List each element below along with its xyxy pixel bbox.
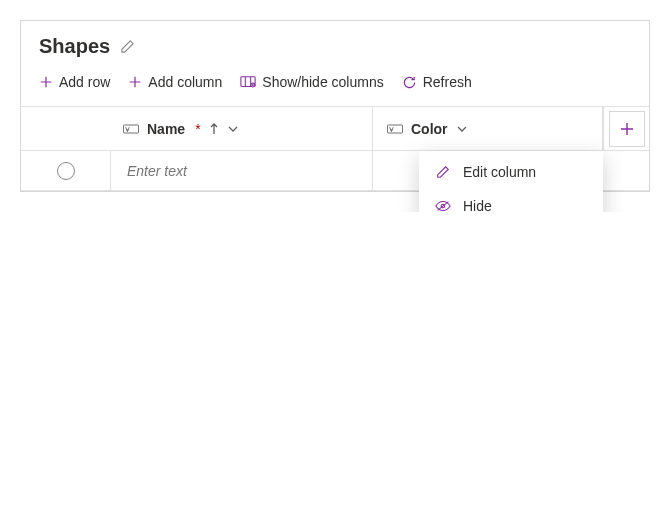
cell-add-spacer [603,151,649,190]
refresh-label: Refresh [423,74,472,90]
required-asterisk: * [195,121,200,137]
column-name-label: Name [147,121,185,137]
plus-icon [39,75,53,89]
refresh-icon [402,75,417,90]
svg-rect-2 [123,125,138,133]
eye-off-icon [435,199,451,212]
radio-icon[interactable] [57,162,75,180]
row-select-cell[interactable] [21,151,111,190]
add-column-header [603,107,649,150]
show-hide-columns-button[interactable]: Show/hide columns [240,74,383,90]
column-header-name[interactable]: Name * [111,107,373,150]
column-header-color[interactable]: Color [373,107,603,150]
grid-header-row: Name * Color [21,107,649,151]
svg-rect-3 [387,125,402,133]
select-column-header [21,107,111,150]
add-column-button[interactable]: Add column [128,74,222,90]
add-column-plus-button[interactable] [609,111,645,147]
cell-name[interactable] [111,151,373,190]
add-row-label: Add row [59,74,110,90]
menu-hide[interactable]: Hide [419,189,603,212]
columns-icon [240,75,256,89]
chevron-down-icon[interactable] [227,123,239,135]
chevron-down-icon[interactable] [456,123,468,135]
add-column-label: Add column [148,74,222,90]
show-hide-label: Show/hide columns [262,74,383,90]
text-type-icon [123,123,139,135]
plus-icon [128,75,142,89]
add-row-button[interactable]: Add row [39,74,110,90]
name-input[interactable] [125,162,372,180]
column-color-label: Color [411,121,448,137]
header: Shapes [21,21,649,66]
menu-edit-column[interactable]: Edit column [419,155,603,189]
text-type-icon [387,123,403,135]
refresh-button[interactable]: Refresh [402,74,472,90]
page-title: Shapes [39,35,110,58]
toolbar: Add row Add column Show/hide columns [21,66,649,106]
pencil-icon[interactable] [120,39,135,54]
app-frame: Shapes Add row Add column [20,20,650,192]
data-grid: Name * Color [21,106,649,191]
menu-label: Hide [463,198,492,212]
sort-asc-icon [209,122,219,136]
menu-label: Edit column [463,164,536,180]
pencil-icon [435,165,451,179]
column-context-menu: Edit column Hide Insert column [419,151,603,212]
